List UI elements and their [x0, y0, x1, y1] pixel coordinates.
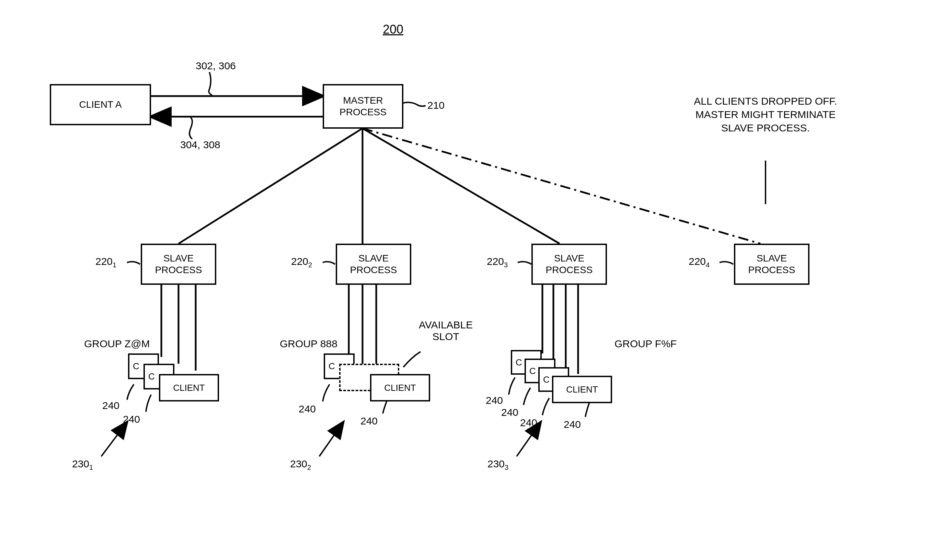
slave-process-4: SLAVE PROCESS: [734, 244, 809, 285]
group-1-name: GROUP Z@M: [84, 338, 150, 350]
client-ref-240: 240: [486, 395, 503, 406]
termination-note: ALL CLIENTS DROPPED OFF. MASTER MIGHT TE…: [685, 94, 846, 134]
slave-3-label: SLAVE PROCESS: [546, 252, 593, 275]
slave-4-ref: 2204: [689, 255, 710, 269]
client-ref-240: 240: [520, 417, 537, 429]
slave-1-label: SLAVE PROCESS: [155, 252, 202, 275]
client-ref-240: 240: [564, 418, 581, 430]
client-a-box: CLIENT A: [50, 84, 151, 125]
figure-number: 200: [383, 22, 403, 37]
client-ref-240: 240: [361, 415, 378, 427]
client-ref-240: 240: [299, 403, 316, 415]
arrow-bottom-label: 304, 308: [180, 139, 220, 151]
master-ref: 210: [427, 100, 445, 111]
client-ref-240: 240: [102, 400, 119, 411]
slave-process-3: SLAVE PROCESS: [532, 244, 607, 285]
svg-line-5: [362, 128, 760, 244]
client-ref-240: 240: [501, 407, 518, 418]
slave-4-label: SLAVE PROCESS: [748, 252, 795, 275]
svg-line-4: [362, 128, 560, 244]
slave-process-1: SLAVE PROCESS: [141, 244, 216, 285]
slave-1-ref: 2201: [96, 255, 116, 269]
slave-2-ref: 2202: [291, 255, 312, 269]
group-2-ref: 2302: [290, 458, 311, 471]
arrow-top-label: 302, 306: [196, 60, 236, 72]
slave-2-label: SLAVE PROCESS: [350, 252, 397, 275]
master-process-label: MASTER PROCESS: [339, 95, 387, 118]
client-ref-240: 240: [123, 414, 140, 425]
master-process-box: MASTER PROCESS: [323, 84, 403, 129]
group-3-name: GROUP F%F: [615, 338, 677, 350]
slave-process-2: SLAVE PROCESS: [336, 244, 411, 285]
group-1-ref: 2301: [72, 458, 93, 471]
client-card-full: CLIENT: [159, 374, 219, 402]
group-3-ref: 2303: [487, 458, 509, 471]
client-a-label: CLIENT A: [79, 99, 122, 111]
slave-3-ref: 2203: [487, 255, 508, 269]
client-card-full: CLIENT: [370, 374, 430, 402]
available-slot-label: AVAILABLE SLOT: [419, 319, 473, 342]
group-2-name: GROUP 888: [280, 338, 338, 350]
client-card-full: CLIENT: [552, 376, 612, 403]
